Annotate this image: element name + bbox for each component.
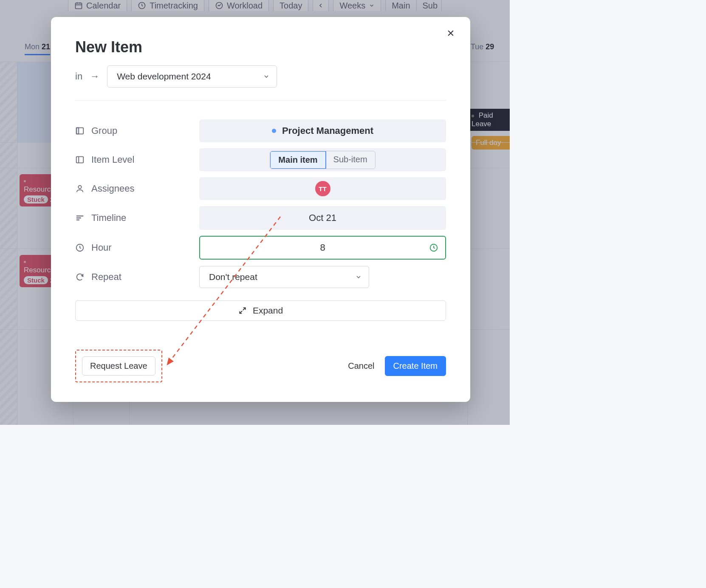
- field-row-item-level: Item Level Main item Sub-item: [75, 148, 446, 171]
- field-row-timeline: Timeline Oct 21: [75, 206, 446, 230]
- timeline-value: Oct 21: [309, 212, 336, 223]
- group-value-field[interactable]: Project Management: [199, 119, 446, 142]
- close-icon[interactable]: [446, 29, 455, 37]
- in-label: in: [75, 71, 82, 82]
- repeat-select[interactable]: Don't repeat: [199, 266, 369, 288]
- project-select[interactable]: Web development 2024: [107, 65, 277, 88]
- item-level-field: Main item Sub-item: [199, 148, 446, 171]
- chevron-down-icon: [263, 73, 270, 80]
- hour-icon: [75, 243, 85, 252]
- item-level-main[interactable]: Main item: [270, 151, 326, 169]
- chevron-down-icon: [355, 274, 362, 280]
- repeat-field-wrap: Don't repeat: [199, 266, 446, 288]
- timeline-label: Timeline: [91, 212, 126, 223]
- item-level-label: Item Level: [91, 154, 135, 165]
- request-leave-highlight: Request Leave: [75, 350, 162, 382]
- assignees-label: Assignees: [91, 183, 135, 194]
- timeline-field[interactable]: Oct 21: [199, 206, 446, 230]
- field-row-assignees: Assignees TT: [75, 177, 446, 200]
- assignees-icon: [75, 184, 85, 193]
- svg-rect-4: [76, 157, 84, 163]
- new-item-modal: New Item in → Web development 2024 Group…: [51, 17, 470, 402]
- assignees-field[interactable]: TT: [199, 177, 446, 200]
- repeat-icon: [75, 272, 85, 282]
- project-selector-row: in → Web development 2024: [75, 65, 446, 101]
- repeat-value: Don't repeat: [209, 272, 257, 282]
- item-level-segmented: Main item Sub-item: [270, 151, 375, 169]
- svg-point-5: [78, 186, 81, 189]
- field-row-group: Group Project Management: [75, 119, 446, 142]
- group-label: Group: [91, 125, 117, 136]
- repeat-label: Repeat: [91, 271, 121, 283]
- hour-value: 8: [320, 242, 325, 253]
- hour-label: Hour: [91, 242, 112, 253]
- field-row-repeat: Repeat Don't repeat: [75, 266, 446, 288]
- project-value: Web development 2024: [117, 71, 211, 82]
- item-level-sub[interactable]: Sub-item: [326, 151, 375, 169]
- group-color-dot: [272, 129, 276, 133]
- modal-title: New Item: [75, 38, 446, 56]
- arrow-right-icon: →: [90, 71, 99, 82]
- create-item-button[interactable]: Create Item: [385, 356, 446, 376]
- request-leave-button[interactable]: Request Leave: [82, 356, 155, 376]
- expand-icon: [238, 306, 247, 315]
- clock-icon: [429, 243, 438, 252]
- hour-input[interactable]: 8: [199, 236, 446, 260]
- modal-footer: Request Leave Cancel Create Item: [75, 350, 446, 382]
- group-value: Project Management: [282, 125, 373, 136]
- assignee-avatar[interactable]: TT: [315, 181, 330, 196]
- timeline-icon: [75, 213, 85, 223]
- cancel-button[interactable]: Cancel: [348, 361, 374, 371]
- field-row-hour: Hour 8: [75, 236, 446, 260]
- expand-label: Expand: [253, 305, 283, 316]
- group-icon: [75, 126, 85, 136]
- item-level-icon: [75, 155, 85, 164]
- expand-button[interactable]: Expand: [75, 300, 446, 321]
